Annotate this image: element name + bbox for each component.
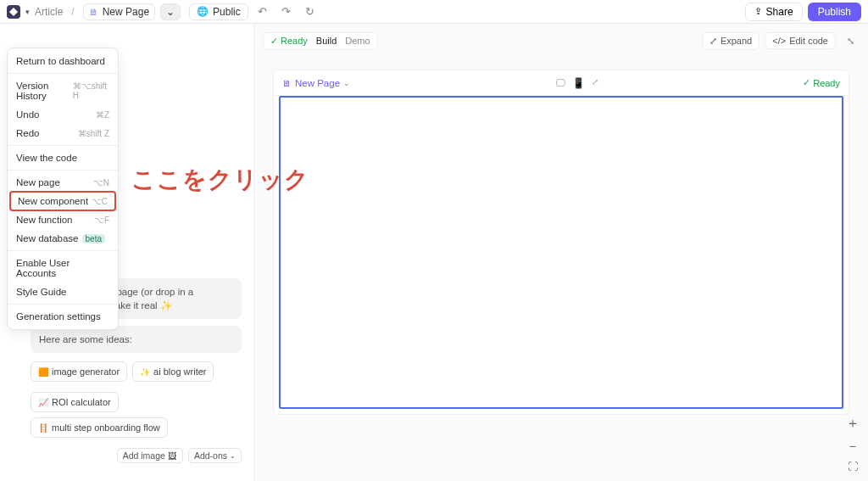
edit-code-button[interactable]: </>Edit code (765, 32, 836, 49)
share-button[interactable]: ⇪ Share (745, 3, 803, 21)
chat-ideas-intro: Here are some ideas: (31, 326, 242, 353)
expand-icon: ⤢ (709, 36, 717, 47)
document-icon: 🗎 (89, 7, 98, 17)
device-desktop-icon[interactable]: 🖵 (555, 77, 565, 89)
expand-button[interactable]: ⤢Expand (702, 32, 760, 50)
device-mobile-icon[interactable]: 📱 (572, 77, 585, 89)
menu-redo[interactable]: Redo⌘shift Z (8, 124, 118, 143)
fit-screen-button[interactable]: ⛶ (848, 461, 858, 473)
zoom-out-button[interactable]: － (846, 438, 860, 456)
canvas-mode-tabs: ✓Ready Build Demo (263, 32, 378, 50)
zoom-in-button[interactable]: ＋ (846, 415, 860, 433)
redo-icon[interactable]: ↷ (277, 3, 296, 21)
main-dropdown-menu: Return to dashboard Version History⌘⌥shi… (7, 48, 119, 330)
canvas-inner-ready: ✓Ready (803, 77, 840, 88)
breadcrumb-separator: / (71, 6, 74, 18)
status-ready-pill: ✓Ready (270, 36, 308, 47)
page-name-label: New Page (103, 6, 149, 18)
idea-image-generator[interactable]: 🟧image generator (31, 361, 127, 382)
menu-new-function[interactable]: New function⌥F (8, 210, 118, 229)
sparkle-box-icon: 🟧 (38, 367, 48, 377)
check-icon: ✓ (803, 77, 810, 88)
logo-menu-caret-icon[interactable]: ▾ (25, 8, 30, 16)
chevron-down-icon[interactable]: ⌄ (343, 79, 350, 87)
document-icon: 🗎 (282, 78, 292, 88)
add-image-button[interactable]: Add image🖼 (117, 448, 183, 463)
share-icon: ⇪ (754, 6, 762, 17)
menu-new-component[interactable]: New component⌥C (9, 191, 116, 211)
tab-demo[interactable]: Demo (345, 36, 370, 46)
check-icon: ✓ (270, 36, 278, 47)
menu-style-guide[interactable]: Style Guide (8, 282, 118, 301)
canvas-page-title[interactable]: 🗎 New Page ⌄ (282, 78, 350, 88)
menu-version-history[interactable]: Version History⌘⌥shift H (8, 76, 118, 105)
menu-enable-user-accounts[interactable]: Enable User Accounts (8, 254, 118, 282)
chevron-down-icon: ⌄ (230, 452, 236, 460)
idea-ai-blog-writer[interactable]: ✨ai blog writer (132, 361, 214, 382)
tab-build[interactable]: Build (316, 36, 337, 46)
undo-icon[interactable]: ↶ (253, 3, 272, 21)
breadcrumb-article[interactable]: Article (35, 6, 63, 18)
menu-return-dashboard[interactable]: Return to dashboard (8, 52, 118, 70)
annotation-click-here: ここをクリック (131, 164, 309, 196)
share-label: Share (766, 6, 793, 18)
idea-onboarding-flow[interactable]: 🪜multi step onboarding flow (31, 417, 168, 438)
history-icon[interactable]: ↻ (301, 3, 320, 21)
globe-icon: 🌐 (197, 6, 209, 17)
menu-view-code[interactable]: View the code (8, 148, 118, 167)
canvas-selection-box[interactable] (279, 96, 843, 409)
steps-icon: 🪜 (38, 423, 48, 433)
app-logo-icon[interactable] (7, 5, 20, 19)
addons-button[interactable]: Add-ons⌄ (188, 448, 242, 463)
zoom-controls: ＋ － ⛶ (846, 415, 860, 473)
publish-button[interactable]: Publish (808, 3, 861, 21)
fullscreen-diagonal-icon[interactable]: ⤡ (841, 31, 860, 50)
image-icon: 🖼 (168, 450, 177, 461)
page-dropdown-caret[interactable]: ⌄ (160, 3, 181, 20)
idea-roi-calculator[interactable]: 📈ROI calculator (31, 392, 119, 412)
menu-new-database[interactable]: New databasebeta (8, 229, 118, 248)
canvas-area: ✓Ready Build Demo ⤢Expand </>Edit code ⤡… (254, 24, 868, 481)
device-expand-icon[interactable]: ⤢ (592, 77, 598, 89)
top-toolbar: ▾ Article / 🗎 New Page ⌄ 🌐 Public ↶ ↷ ↻ … (0, 0, 868, 24)
visibility-label: Public (213, 6, 241, 18)
visibility-chip[interactable]: 🌐 Public (189, 3, 248, 20)
page-selector-chip[interactable]: 🗎 New Page (83, 3, 155, 20)
canvas-frame: 🗎 New Page ⌄ 🖵 📱 ⤢ ✓Ready (273, 70, 849, 415)
menu-new-page[interactable]: New page⌥N (8, 173, 118, 192)
menu-generation-settings[interactable]: Generation settings (8, 307, 118, 326)
code-icon: </> (772, 36, 786, 46)
sparkle-icon: ✨ (140, 367, 150, 377)
chart-icon: 📈 (38, 398, 48, 407)
menu-undo[interactable]: Undo⌘Z (8, 105, 118, 124)
